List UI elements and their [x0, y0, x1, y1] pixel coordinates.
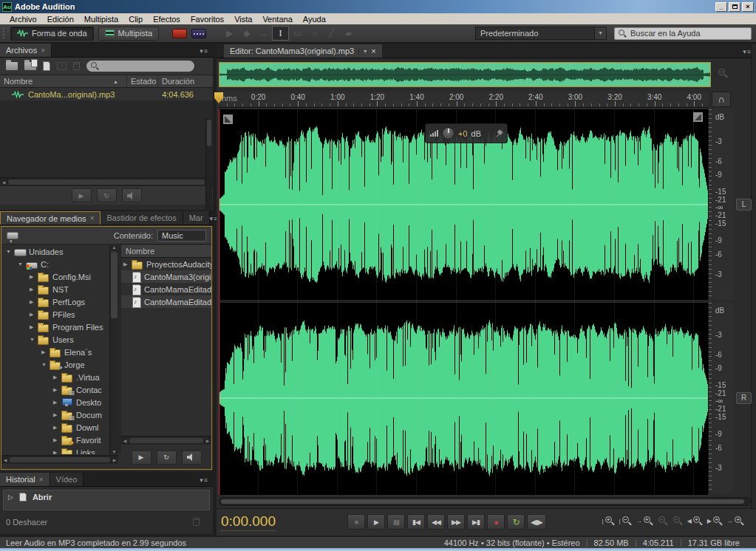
right-channel-button[interactable]: R: [736, 392, 752, 404]
skip-selection-button[interactable]: ◀▮▶: [527, 514, 546, 530]
media-file-row[interactable]: CantoMamaEditad: [121, 295, 211, 308]
close-icon[interactable]: ×: [90, 214, 95, 222]
scroll-right-icon[interactable]: ▶: [111, 457, 118, 462]
minimize-button[interactable]: _: [715, 2, 727, 12]
tree-item-contac[interactable]: ▶▤Contac: [1, 383, 109, 396]
corner-handle-icon[interactable]: [693, 112, 703, 122]
file-list-vscrollbar[interactable]: [205, 118, 212, 220]
snap-magnet-button[interactable]: ∩: [712, 92, 731, 107]
menu-ventana[interactable]: Ventana: [257, 15, 297, 24]
tree-closed-icon[interactable]: ▶: [30, 312, 38, 318]
menu-archivo[interactable]: Archivo: [4, 15, 42, 24]
tree-closed-icon[interactable]: ▶: [30, 287, 38, 292]
import-file-button[interactable]: [24, 62, 36, 70]
tree-item-docum[interactable]: ▶▤Docum: [1, 408, 109, 421]
tree-vscrollbar[interactable]: ▲ ▼: [109, 245, 118, 454]
close-button[interactable]: ×: [742, 2, 754, 12]
go-to-start-button[interactable]: ▮◀: [407, 514, 425, 530]
scroll-right-icon[interactable]: ▶: [204, 438, 211, 443]
tree-closed-icon[interactable]: ▶: [30, 274, 38, 280]
spectral-pitch-button[interactable]: [191, 29, 206, 38]
playhead-time[interactable]: 0:00.000: [221, 513, 276, 531]
new-file-button[interactable]: [43, 61, 50, 71]
multitrack-view-button[interactable]: Multipista: [98, 27, 159, 41]
tree-closed-icon[interactable]: ▶: [41, 349, 50, 355]
tree-item-jorge[interactable]: ▼●Jorge: [1, 358, 109, 371]
volume-hud[interactable]: +0 dB: [425, 123, 508, 143]
tree-closed-icon[interactable]: ▶: [30, 299, 38, 305]
fast-forward-button[interactable]: ▶▶: [447, 514, 465, 530]
loop-preview-button[interactable]: ↻: [157, 451, 177, 465]
db-ruler-left[interactable]: dB-3-6-9-15-21-∞-21-15-9-6-3: [708, 109, 733, 300]
scroll-left-icon[interactable]: ◀: [121, 438, 129, 443]
tree-open-icon[interactable]: ▼: [30, 337, 38, 342]
menu-favoritos[interactable]: Favoritos: [185, 15, 229, 24]
tree-item-unidades[interactable]: ▼Unidades: [1, 245, 109, 258]
tree-item-programfiles[interactable]: ▶Program Files: [1, 321, 109, 333]
history-tab-video[interactable]: Vídeo: [50, 473, 84, 486]
media-tab-bastidordeefectos[interactable]: Bastidor de efectos: [101, 211, 183, 225]
scroll-down-icon[interactable]: ▼: [110, 450, 118, 454]
tree-item-pfiles[interactable]: ▶PFiles: [1, 308, 109, 321]
auto-play-button[interactable]: [182, 451, 202, 465]
timeline-ruler[interactable]: hms 0:200:401:001:201:402:002:202:403:00…: [219, 92, 708, 108]
media-tab-mar[interactable]: Mar: [183, 211, 210, 225]
preview-play-button[interactable]: ▶: [72, 188, 92, 202]
tree-item-configmsi[interactable]: ▶Config.Msi: [1, 270, 109, 283]
file-list-hscrollbar[interactable]: ◀ ▶: [0, 177, 213, 185]
menu-multipista[interactable]: Multipista: [79, 15, 123, 24]
tree-item-elenas[interactable]: ▶Elena´s: [1, 346, 109, 358]
panel-menu-icon[interactable]: ▾≡: [200, 476, 213, 486]
menu-efectos[interactable]: Efectos: [148, 15, 185, 24]
panel-menu-icon[interactable]: ▾≡: [200, 47, 213, 57]
tree-item-links[interactable]: ▶→Links: [1, 446, 109, 454]
tree-item-nst[interactable]: ▶NST: [1, 283, 109, 295]
tree-open-icon[interactable]: ▼: [6, 249, 14, 254]
content-dropdown[interactable]: Music: [157, 230, 206, 242]
zoom-in-point-button[interactable]: ◀+: [687, 516, 703, 526]
tree-item-perflogs[interactable]: ▶PerfLogs: [1, 295, 109, 308]
history-tab-historial[interactable]: Historial×: [0, 473, 50, 486]
waveform-display[interactable]: +0 dB: [219, 109, 708, 495]
menu-vista[interactable]: Vista: [229, 15, 257, 24]
tree-item-users[interactable]: ▼Users: [1, 333, 109, 346]
close-icon[interactable]: ×: [371, 47, 375, 55]
source-selector-icon[interactable]: [7, 232, 18, 239]
menu-clip[interactable]: Clip: [123, 15, 148, 24]
help-search-input[interactable]: Buscar en la Ayuda: [614, 27, 752, 40]
zoom-selection-button[interactable]: ↔+: [727, 516, 744, 526]
corner-handle-icon[interactable]: [223, 114, 233, 124]
media-file-row[interactable]: CantoMamaEditad: [121, 283, 211, 295]
close-icon[interactable]: ×: [39, 476, 44, 484]
restore-button[interactable]: [729, 2, 740, 12]
zoom-out-button[interactable]: |−: [619, 516, 632, 526]
auto-play-button[interactable]: [122, 188, 142, 202]
go-to-end-button[interactable]: ▶▮: [467, 514, 485, 530]
scroll-left-icon[interactable]: ◀: [0, 179, 7, 185]
waveform-view-button[interactable]: Forma de onda: [10, 27, 94, 41]
tree-closed-icon[interactable]: ▶: [53, 412, 61, 418]
tree-closed-icon[interactable]: ▶: [53, 425, 61, 431]
tree-closed-icon[interactable]: ▶: [53, 387, 61, 393]
file-list-empty-area[interactable]: [0, 100, 213, 177]
tab-editor[interactable]: Editor: CantoMama3(original).mp3 ▾ ×: [224, 44, 382, 58]
tree-item-c[interactable]: ▼C:: [1, 258, 109, 270]
tree-closed-icon[interactable]: ▶: [53, 374, 61, 380]
tab-archivos[interactable]: Archivos ×: [0, 44, 52, 57]
tree-open-icon[interactable]: ▼: [41, 362, 50, 367]
tree-item-virtua[interactable]: ▶.Virtua: [1, 371, 109, 383]
spectral-frequency-button[interactable]: [172, 29, 187, 38]
tree-item-favorit[interactable]: ▶★Favorit: [1, 434, 109, 446]
pin-icon[interactable]: [494, 128, 504, 138]
chevron-down-icon[interactable]: ▾: [358, 48, 367, 55]
editor-hscrollbar[interactable]: [219, 497, 751, 506]
play-button[interactable]: ▶: [367, 514, 385, 530]
zoom-in-button[interactable]: |+: [602, 516, 615, 526]
db-ruler-right[interactable]: dB-3-6-9-15-21-∞-21-15-9-6-3: [708, 303, 733, 493]
menu-edicion[interactable]: Edición: [42, 15, 79, 24]
file-search-input[interactable]: [86, 61, 194, 72]
rewind-button[interactable]: ◀◀: [427, 514, 445, 530]
workspace-dropdown[interactable]: Predeterminado ▾: [475, 27, 607, 40]
gain-knob[interactable]: [442, 127, 454, 140]
media-tab-navegadordemedios[interactable]: Navegador de medios×: [0, 211, 101, 225]
